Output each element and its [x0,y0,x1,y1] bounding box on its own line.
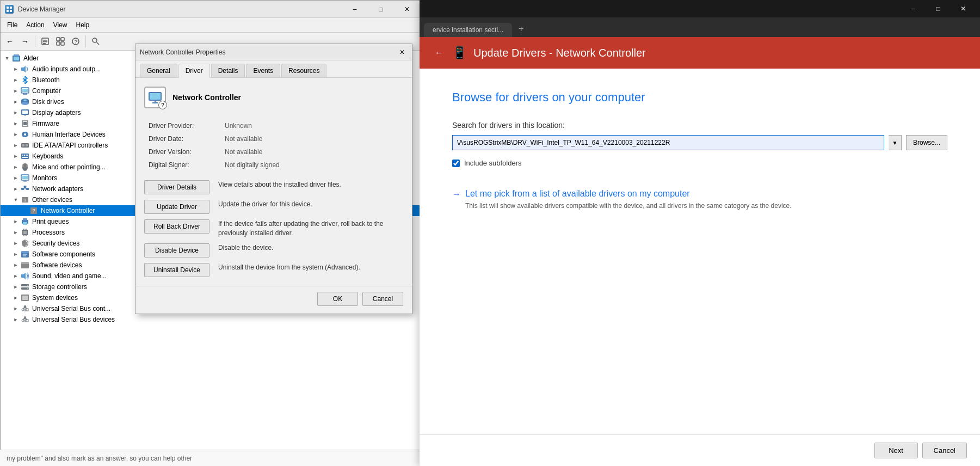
toolbar-btn-3[interactable]: ? [69,34,83,48]
ud-section-title: Browse for drivers on your computer [452,90,947,105]
device-manager-title: Device Manager [18,5,65,13]
ide-expand-icon: ► [11,141,20,150]
dialog-content: ? Network Controller Driver Provider: Un… [135,78,412,286]
other-icon: ? [20,195,30,204]
ud-search-label: Search for drivers in this location: [452,121,947,130]
update-driver-button[interactable]: Update Driver [144,200,209,214]
ud-pick-driver-link[interactable]: Let me pick from a list of available dri… [465,189,792,199]
ud-path-input[interactable] [452,135,884,150]
softdev-expand-icon: ► [11,261,20,269]
tab-driver[interactable]: Driver [178,64,210,78]
tab-details[interactable]: Details [211,64,245,77]
ud-maximize-button[interactable]: □ [926,0,951,17]
uninstall-device-button[interactable]: Uninstall Device [144,263,209,277]
system-expand-icon: ► [11,293,20,302]
device-icon-large: ? [144,87,166,108]
driver-details-button[interactable]: Driver Details [144,180,209,194]
browser-add-tab-button[interactable]: + [512,21,530,37]
menu-view[interactable]: View [49,19,72,31]
bluetooth-label: Bluetooth [32,76,60,84]
tab-resources[interactable]: Resources [281,64,326,77]
ud-next-button[interactable]: Next [874,443,918,458]
dialog-ok-button[interactable]: OK [317,292,358,306]
browser-tab-1[interactable]: ervice installation secti... [424,23,512,37]
usb-dev-icon [20,315,30,324]
tab-general[interactable]: General [140,64,177,77]
ide-label: IDE ATA/ATAPI controllers [32,142,108,149]
disk-icon [20,97,30,106]
usb-ctrl-label: Universal Serial Bus cont... [32,305,110,312]
svg-rect-74 [21,251,29,253]
ud-cancel-button[interactable]: Cancel [922,443,967,458]
driver-info-table: Driver Provider: Unknown Driver Date: No… [144,119,403,171]
svg-rect-8 [57,38,60,41]
device-manager-view-button[interactable] [53,34,67,48]
browser-tab-bar: ervice installation secti... + [420,17,980,37]
svg-rect-66 [23,231,27,234]
back-button[interactable]: ← [3,34,17,48]
svg-rect-91 [150,93,161,100]
svg-rect-18 [14,57,19,60]
device-header: ? Network Controller [144,87,403,108]
keyboard-label: Keyboards [32,152,63,160]
nc-label: Network Controller [41,207,95,214]
svg-rect-49 [22,176,28,179]
display-expand-icon: ► [11,108,20,117]
computer-icon [20,87,30,95]
ud-include-subfolders-label: Include subfolders [464,159,522,167]
scan-button[interactable] [89,34,103,48]
disable-device-button[interactable]: Disable Device [144,243,209,257]
svg-rect-87 [26,309,28,311]
maximize-button[interactable]: □ [368,1,393,18]
svg-rect-39 [21,154,29,159]
nc-expand-icon [20,206,29,215]
network-icon [20,185,30,193]
svg-point-27 [21,102,29,105]
ud-back-button[interactable]: ← [433,46,446,59]
minimize-button[interactable]: – [342,1,367,18]
ud-close-button[interactable]: ✕ [951,0,976,17]
firmware-label: Firmware [32,120,59,127]
menu-bar: File Action View Help [1,18,424,33]
svg-rect-63 [23,218,27,220]
other-expand-icon: ▼ [11,195,20,204]
root-expand-icon: ▼ [3,54,11,63]
sec-expand-icon: ► [11,239,20,248]
update-driver-desc: Update the driver for this device. [218,200,312,209]
menu-help[interactable]: Help [72,19,94,31]
tree-usb-dev[interactable]: ► Universal Serial Bus devices [1,314,424,325]
tab-events[interactable]: Events [246,64,280,77]
dialog-cancel-button[interactable]: Cancel [362,292,403,306]
usb-ctrl-icon [20,304,30,313]
forward-button[interactable]: → [18,34,32,48]
sound-label: Sound, video and game... [32,272,107,280]
ud-dropdown-button[interactable]: ▼ [889,135,902,150]
dialog-close-button[interactable]: ✕ [397,47,408,58]
softdev-icon [20,261,30,269]
storage-icon [20,283,30,291]
ud-browse-button[interactable]: Browse... [906,135,947,150]
usb-ctrl-expand-icon: ► [11,304,20,313]
menu-action[interactable]: Action [22,19,48,31]
driver-version-row: Driver Version: Not available [144,145,403,158]
disk-label: Disk drives [32,98,64,106]
ud-include-subfolders-checkbox[interactable] [452,160,460,167]
rollback-driver-row: Roll Back Driver If the device fails aft… [144,219,403,238]
system-icon [20,293,30,302]
svg-rect-43 [27,155,28,156]
device-manager-icon [5,5,14,14]
properties-button[interactable] [38,34,52,48]
print-icon [20,217,30,226]
toolbar-separator-1 [35,35,35,47]
hid-icon [20,130,30,139]
ud-minimize-button[interactable]: – [901,0,926,17]
svg-text:?: ? [32,208,35,213]
menu-file[interactable]: File [3,19,22,31]
svg-rect-85 [22,296,28,300]
bluetooth-icon [20,76,30,84]
close-button[interactable]: ✕ [395,1,420,18]
svg-rect-6 [43,41,47,42]
rollback-driver-button[interactable]: Roll Back Driver [144,219,209,234]
properties-dialog: Network Controller Properties ✕ General … [135,44,412,314]
hid-label: Human Interface Devices [32,131,106,138]
